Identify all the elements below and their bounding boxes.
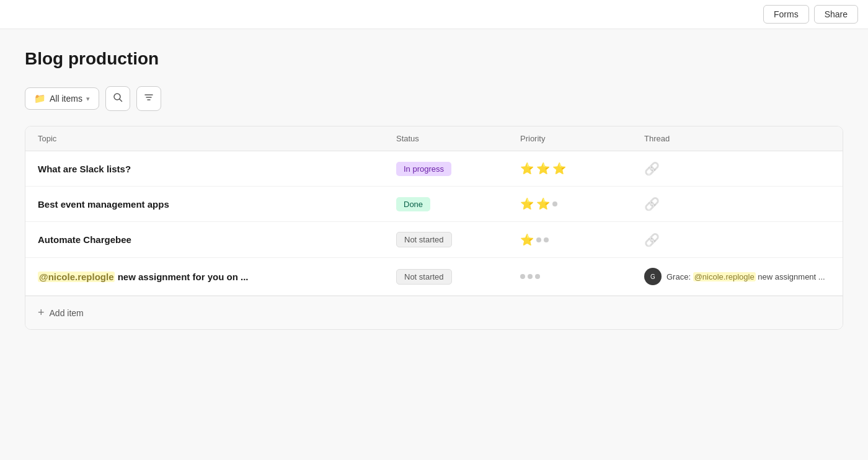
priority-cell: ⭐ <box>520 233 644 247</box>
priority-cell: ⭐ ⭐ ⭐ <box>520 162 644 175</box>
status-cell: Not started <box>396 232 520 247</box>
status-cell: In progress <box>396 162 520 176</box>
thread-cell: 🔗 <box>644 232 830 247</box>
thread-tail: new assignment ... <box>756 272 825 281</box>
forms-button[interactable]: Forms <box>763 5 809 24</box>
status-badge: In progress <box>396 162 451 176</box>
topic-suffix: new assignment for you on ... <box>115 272 248 282</box>
topic-cell: Automate Chargebee <box>38 234 396 245</box>
star-1: ⭐ <box>520 162 534 175</box>
topic-cell: @nicole.replogle new assignment for you … <box>38 272 396 282</box>
status-cell: Done <box>396 197 520 211</box>
search-icon <box>113 92 123 105</box>
star-1: ⭐ <box>520 197 534 211</box>
star-2: ⭐ <box>536 162 550 175</box>
avatar: G <box>644 268 662 285</box>
thread-icon: 🔗 <box>644 232 660 247</box>
share-button[interactable]: Share <box>814 5 858 24</box>
status-badge: Not started <box>396 269 452 285</box>
folder-icon: 📁 <box>34 93 46 104</box>
toolbar: 📁 All items ▾ <box>25 86 843 111</box>
star-1: ⭐ <box>520 233 534 247</box>
chevron-down-icon: ▾ <box>86 95 90 103</box>
plus-icon: + <box>38 306 45 319</box>
thread-cell: 🔗 <box>644 161 830 176</box>
data-table: Topic Status Priority Thread What are Sl… <box>25 126 843 330</box>
col-topic: Topic <box>38 134 396 143</box>
empty-dot <box>552 201 557 206</box>
add-item-row[interactable]: + Add item <box>25 296 843 329</box>
table-row[interactable]: Automate Chargebee Not started ⭐ 🔗 <box>25 222 843 258</box>
svg-line-1 <box>120 99 122 102</box>
thread-author: Grace: <box>666 272 693 281</box>
topic-cell: What are Slack lists? <box>38 164 396 174</box>
table-row[interactable]: Best event management apps Done ⭐ ⭐ 🔗 <box>25 187 843 222</box>
thread-icon: 🔗 <box>644 197 660 211</box>
empty-dot-3 <box>535 274 540 279</box>
filter-icon <box>144 92 154 105</box>
star-2: ⭐ <box>536 197 550 211</box>
thread-cell: G Grace: @nicole.replogle new assignment… <box>644 268 830 285</box>
priority-cell <box>520 274 644 279</box>
table-row[interactable]: @nicole.replogle new assignment for you … <box>25 258 843 296</box>
topic-cell: Best event management apps <box>38 199 396 210</box>
thread-cell: 🔗 <box>644 197 830 211</box>
all-items-button[interactable]: 📁 All items ▾ <box>25 87 99 110</box>
page-content: Blog production 📁 All items ▾ <box>0 29 868 355</box>
star-3: ⭐ <box>552 162 566 175</box>
add-item-label: Add item <box>50 308 84 318</box>
col-priority: Priority <box>520 134 644 143</box>
all-items-label: All items <box>50 94 82 104</box>
filter-button[interactable] <box>136 86 161 111</box>
empty-dot-1 <box>536 237 541 242</box>
col-status: Status <box>396 134 520 143</box>
status-cell: Not started <box>396 269 520 285</box>
empty-dot-2 <box>528 274 533 279</box>
empty-dot-1 <box>520 274 525 279</box>
thread-icon: 🔗 <box>644 161 660 176</box>
col-thread: Thread <box>644 134 830 143</box>
thread-message: Grace: @nicole.replogle new assignment .… <box>666 272 825 281</box>
status-badge: Done <box>396 197 430 211</box>
top-bar: Forms Share <box>0 0 868 29</box>
search-button[interactable] <box>105 86 130 111</box>
thread-mention: @nicole.replogle <box>693 272 756 281</box>
status-badge: Not started <box>396 232 452 247</box>
priority-cell: ⭐ ⭐ <box>520 197 644 211</box>
table-header: Topic Status Priority Thread <box>25 126 843 151</box>
empty-dot-2 <box>544 237 549 242</box>
page-title: Blog production <box>25 49 843 69</box>
mention-tag: @nicole.replogle <box>38 272 115 282</box>
table-row[interactable]: What are Slack lists? In progress ⭐ ⭐ ⭐ … <box>25 151 843 187</box>
